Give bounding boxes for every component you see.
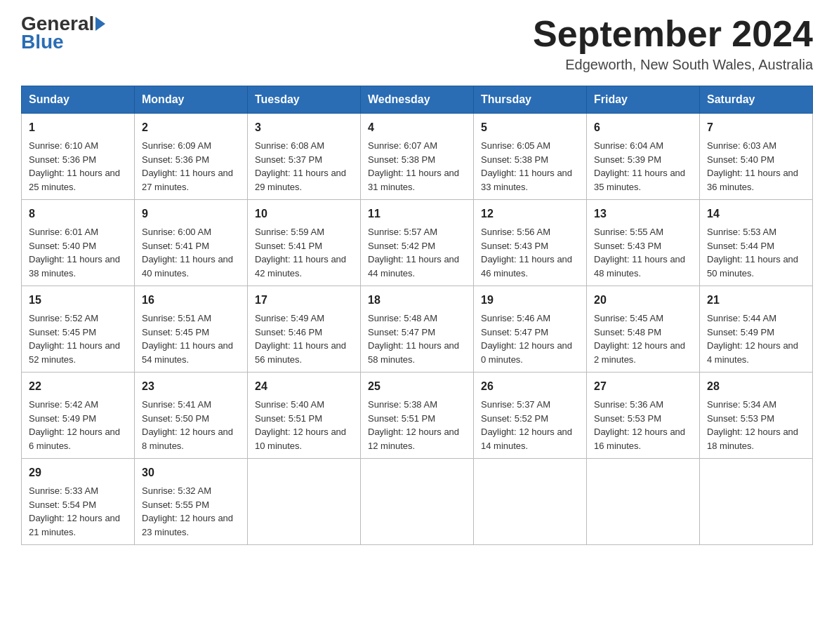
day-number: 4 (368, 119, 466, 136)
calendar-cell: 21 Sunrise: 5:44 AMSunset: 5:49 PMDaylig… (700, 286, 813, 373)
calendar-header: SundayMondayTuesdayWednesdayThursdayFrid… (22, 86, 813, 114)
calendar-cell: 7 Sunrise: 6:03 AMSunset: 5:40 PMDayligh… (700, 114, 813, 200)
calendar-cell: 14 Sunrise: 5:53 AMSunset: 5:44 PMDaylig… (700, 200, 813, 286)
day-info: Sunrise: 5:48 AMSunset: 5:47 PMDaylight:… (368, 313, 459, 365)
page-header: General Blue September 2024 Edgeworth, N… (21, 14, 813, 73)
day-number: 14 (707, 206, 805, 222)
day-info: Sunrise: 5:42 AMSunset: 5:49 PMDaylight:… (29, 399, 120, 451)
calendar-cell: 22 Sunrise: 5:42 AMSunset: 5:49 PMDaylig… (22, 373, 135, 459)
calendar-week-row: 8 Sunrise: 6:01 AMSunset: 5:40 PMDayligh… (22, 200, 813, 286)
calendar-cell: 20 Sunrise: 5:45 AMSunset: 5:48 PMDaylig… (587, 286, 700, 373)
calendar-cell: 4 Sunrise: 6:07 AMSunset: 5:38 PMDayligh… (361, 114, 474, 200)
calendar-cell: 10 Sunrise: 5:59 AMSunset: 5:41 PMDaylig… (248, 200, 361, 286)
calendar-cell: 13 Sunrise: 5:55 AMSunset: 5:43 PMDaylig… (587, 200, 700, 286)
calendar-cell (474, 459, 587, 545)
weekday-header-tuesday: Tuesday (248, 86, 361, 114)
day-number: 23 (142, 378, 240, 395)
day-number: 18 (368, 292, 466, 309)
day-number: 9 (142, 206, 240, 222)
calendar-cell: 28 Sunrise: 5:34 AMSunset: 5:53 PMDaylig… (700, 373, 813, 459)
day-info: Sunrise: 5:32 AMSunset: 5:55 PMDaylight:… (142, 485, 233, 537)
calendar-cell: 30 Sunrise: 5:32 AMSunset: 5:55 PMDaylig… (135, 459, 248, 545)
calendar-cell: 11 Sunrise: 5:57 AMSunset: 5:42 PMDaylig… (361, 200, 474, 286)
day-info: Sunrise: 6:01 AMSunset: 5:40 PMDaylight:… (29, 227, 120, 279)
day-info: Sunrise: 5:56 AMSunset: 5:43 PMDaylight:… (481, 227, 572, 279)
day-info: Sunrise: 5:52 AMSunset: 5:45 PMDaylight:… (29, 313, 120, 365)
day-info: Sunrise: 5:46 AMSunset: 5:47 PMDaylight:… (481, 313, 572, 365)
calendar-cell: 1 Sunrise: 6:10 AMSunset: 5:36 PMDayligh… (22, 114, 135, 200)
calendar-cell: 18 Sunrise: 5:48 AMSunset: 5:47 PMDaylig… (361, 286, 474, 373)
day-info: Sunrise: 5:59 AMSunset: 5:41 PMDaylight:… (255, 227, 346, 279)
calendar-cell: 12 Sunrise: 5:56 AMSunset: 5:43 PMDaylig… (474, 200, 587, 286)
day-info: Sunrise: 5:45 AMSunset: 5:48 PMDaylight:… (594, 313, 685, 365)
day-info: Sunrise: 5:57 AMSunset: 5:42 PMDaylight:… (368, 227, 459, 279)
day-number: 29 (29, 464, 127, 481)
calendar-cell: 15 Sunrise: 5:52 AMSunset: 5:45 PMDaylig… (22, 286, 135, 373)
calendar-cell: 2 Sunrise: 6:09 AMSunset: 5:36 PMDayligh… (135, 114, 248, 200)
day-number: 21 (707, 292, 805, 309)
month-title: September 2024 (533, 14, 813, 54)
calendar-body: 1 Sunrise: 6:10 AMSunset: 5:36 PMDayligh… (22, 114, 813, 545)
day-number: 5 (481, 119, 579, 136)
day-number: 15 (29, 292, 127, 309)
day-info: Sunrise: 6:08 AMSunset: 5:37 PMDaylight:… (255, 140, 346, 192)
day-info: Sunrise: 5:51 AMSunset: 5:45 PMDaylight:… (142, 313, 233, 365)
day-number: 30 (142, 464, 240, 481)
day-info: Sunrise: 5:41 AMSunset: 5:50 PMDaylight:… (142, 399, 233, 451)
day-number: 25 (368, 378, 466, 395)
calendar-week-row: 1 Sunrise: 6:10 AMSunset: 5:36 PMDayligh… (22, 114, 813, 200)
logo-blue: Blue (21, 31, 64, 53)
calendar-cell: 19 Sunrise: 5:46 AMSunset: 5:47 PMDaylig… (474, 286, 587, 373)
calendar-cell: 23 Sunrise: 5:41 AMSunset: 5:50 PMDaylig… (135, 373, 248, 459)
day-number: 11 (368, 206, 466, 222)
day-number: 6 (594, 119, 692, 136)
calendar-cell: 17 Sunrise: 5:49 AMSunset: 5:46 PMDaylig… (248, 286, 361, 373)
calendar-week-row: 22 Sunrise: 5:42 AMSunset: 5:49 PMDaylig… (22, 373, 813, 459)
day-number: 17 (255, 292, 353, 309)
day-info: Sunrise: 5:37 AMSunset: 5:52 PMDaylight:… (481, 399, 572, 451)
day-number: 22 (29, 378, 127, 395)
day-number: 28 (707, 378, 805, 395)
day-number: 10 (255, 206, 353, 222)
day-number: 26 (481, 378, 579, 395)
day-number: 12 (481, 206, 579, 222)
calendar-cell (700, 459, 813, 545)
day-info: Sunrise: 6:10 AMSunset: 5:36 PMDaylight:… (29, 140, 120, 192)
calendar-cell: 29 Sunrise: 5:33 AMSunset: 5:54 PMDaylig… (22, 459, 135, 545)
day-number: 7 (707, 119, 805, 136)
day-info: Sunrise: 5:33 AMSunset: 5:54 PMDaylight:… (29, 485, 120, 537)
day-info: Sunrise: 5:36 AMSunset: 5:53 PMDaylight:… (594, 399, 685, 451)
calendar-table: SundayMondayTuesdayWednesdayThursdayFrid… (21, 86, 813, 545)
day-info: Sunrise: 5:34 AMSunset: 5:53 PMDaylight:… (707, 399, 798, 451)
calendar-cell: 26 Sunrise: 5:37 AMSunset: 5:52 PMDaylig… (474, 373, 587, 459)
day-number: 13 (594, 206, 692, 222)
calendar-cell (587, 459, 700, 545)
calendar-cell: 24 Sunrise: 5:40 AMSunset: 5:51 PMDaylig… (248, 373, 361, 459)
day-info: Sunrise: 5:40 AMSunset: 5:51 PMDaylight:… (255, 399, 346, 451)
logo: General Blue (21, 14, 107, 53)
day-number: 19 (481, 292, 579, 309)
calendar-cell: 25 Sunrise: 5:38 AMSunset: 5:51 PMDaylig… (361, 373, 474, 459)
calendar-cell (248, 459, 361, 545)
day-info: Sunrise: 5:38 AMSunset: 5:51 PMDaylight:… (368, 399, 459, 451)
day-info: Sunrise: 6:04 AMSunset: 5:39 PMDaylight:… (594, 140, 685, 192)
calendar-cell: 9 Sunrise: 6:00 AMSunset: 5:41 PMDayligh… (135, 200, 248, 286)
day-number: 2 (142, 119, 240, 136)
day-info: Sunrise: 5:55 AMSunset: 5:43 PMDaylight:… (594, 227, 685, 279)
day-number: 1 (29, 119, 127, 136)
calendar-week-row: 15 Sunrise: 5:52 AMSunset: 5:45 PMDaylig… (22, 286, 813, 373)
day-info: Sunrise: 5:44 AMSunset: 5:49 PMDaylight:… (707, 313, 798, 365)
calendar-cell: 3 Sunrise: 6:08 AMSunset: 5:37 PMDayligh… (248, 114, 361, 200)
day-number: 3 (255, 119, 353, 136)
day-info: Sunrise: 6:07 AMSunset: 5:38 PMDaylight:… (368, 140, 459, 192)
weekday-header-wednesday: Wednesday (361, 86, 474, 114)
day-info: Sunrise: 6:03 AMSunset: 5:40 PMDaylight:… (707, 140, 798, 192)
calendar-cell: 6 Sunrise: 6:04 AMSunset: 5:39 PMDayligh… (587, 114, 700, 200)
day-info: Sunrise: 5:49 AMSunset: 5:46 PMDaylight:… (255, 313, 346, 365)
calendar-cell: 27 Sunrise: 5:36 AMSunset: 5:53 PMDaylig… (587, 373, 700, 459)
weekday-header-friday: Friday (587, 86, 700, 114)
calendar-week-row: 29 Sunrise: 5:33 AMSunset: 5:54 PMDaylig… (22, 459, 813, 545)
calendar-cell: 5 Sunrise: 6:05 AMSunset: 5:38 PMDayligh… (474, 114, 587, 200)
location-subtitle: Edgeworth, New South Wales, Australia (533, 57, 813, 73)
calendar-cell: 16 Sunrise: 5:51 AMSunset: 5:45 PMDaylig… (135, 286, 248, 373)
